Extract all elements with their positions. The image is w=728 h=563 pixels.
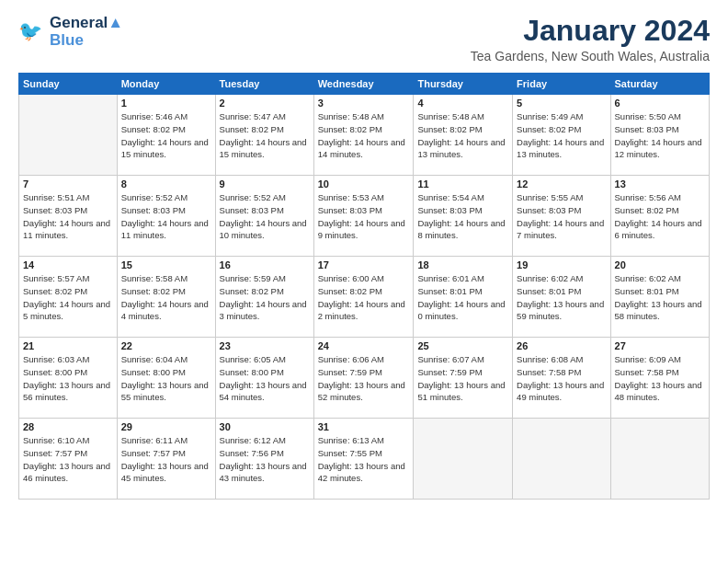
calendar-week-row: 1Sunrise: 5:46 AMSunset: 8:02 PMDaylight… [19, 95, 710, 176]
day-info: Sunrise: 5:54 AMSunset: 8:03 PMDaylight:… [417, 191, 508, 242]
day-number: 4 [417, 98, 508, 109]
table-row: 30Sunrise: 6:12 AMSunset: 7:56 PMDayligh… [215, 419, 313, 500]
logo: 🐦 General▲ Blue [18, 15, 123, 49]
day-info: Sunrise: 5:52 AMSunset: 8:03 PMDaylight:… [121, 191, 211, 242]
day-info: Sunrise: 6:08 AMSunset: 7:58 PMDaylight:… [517, 353, 606, 404]
col-sunday: Sunday [19, 74, 118, 95]
day-number: 14 [23, 259, 113, 270]
day-number: 20 [615, 259, 705, 270]
table-row: 25Sunrise: 6:07 AMSunset: 7:59 PMDayligh… [414, 338, 513, 419]
table-row: 27Sunrise: 6:09 AMSunset: 7:58 PMDayligh… [610, 338, 709, 419]
table-row [19, 95, 118, 176]
table-row: 23Sunrise: 6:05 AMSunset: 8:00 PMDayligh… [215, 338, 313, 419]
day-number: 15 [121, 259, 211, 270]
day-number: 26 [517, 340, 606, 351]
table-row: 16Sunrise: 5:59 AMSunset: 8:02 PMDayligh… [215, 257, 313, 338]
table-row: 5Sunrise: 5:49 AMSunset: 8:02 PMDaylight… [513, 95, 610, 176]
day-number: 13 [615, 178, 705, 190]
day-number: 1 [121, 98, 211, 109]
day-info: Sunrise: 5:51 AMSunset: 8:03 PMDaylight:… [23, 191, 113, 242]
day-info: Sunrise: 5:46 AMSunset: 8:02 PMDaylight:… [121, 110, 211, 161]
table-row: 4Sunrise: 5:48 AMSunset: 8:02 PMDaylight… [414, 95, 513, 176]
table-row: 11Sunrise: 5:54 AMSunset: 8:03 PMDayligh… [414, 176, 513, 257]
day-info: Sunrise: 6:10 AMSunset: 7:57 PMDaylight:… [23, 434, 113, 485]
day-info: Sunrise: 5:55 AMSunset: 8:03 PMDaylight:… [517, 191, 606, 242]
day-number: 3 [318, 98, 410, 109]
col-saturday: Saturday [610, 74, 709, 95]
day-number: 5 [517, 98, 606, 109]
day-info: Sunrise: 5:48 AMSunset: 8:02 PMDaylight:… [417, 110, 508, 161]
table-row: 17Sunrise: 6:00 AMSunset: 8:02 PMDayligh… [313, 257, 414, 338]
day-number: 28 [23, 421, 113, 432]
day-info: Sunrise: 6:04 AMSunset: 8:00 PMDaylight:… [121, 353, 211, 404]
day-info: Sunrise: 5:57 AMSunset: 8:02 PMDaylight:… [23, 272, 113, 323]
logo-icon: 🐦 [18, 18, 46, 46]
table-row: 10Sunrise: 5:53 AMSunset: 8:03 PMDayligh… [313, 176, 414, 257]
day-number: 22 [121, 340, 211, 351]
svg-text:🐦: 🐦 [18, 19, 43, 43]
title-block: January 2024 Tea Gardens, New South Wale… [471, 15, 710, 63]
col-tuesday: Tuesday [215, 74, 313, 95]
day-info: Sunrise: 6:01 AMSunset: 8:01 PMDaylight:… [417, 272, 508, 323]
day-info: Sunrise: 6:02 AMSunset: 8:01 PMDaylight:… [615, 272, 705, 323]
day-info: Sunrise: 5:52 AMSunset: 8:03 PMDaylight:… [220, 191, 310, 242]
day-info: Sunrise: 6:12 AMSunset: 7:56 PMDaylight:… [220, 434, 310, 485]
day-info: Sunrise: 6:13 AMSunset: 7:55 PMDaylight:… [318, 434, 410, 485]
table-row: 19Sunrise: 6:02 AMSunset: 8:01 PMDayligh… [513, 257, 610, 338]
col-wednesday: Wednesday [313, 74, 414, 95]
calendar-week-row: 14Sunrise: 5:57 AMSunset: 8:02 PMDayligh… [19, 257, 710, 338]
day-info: Sunrise: 6:09 AMSunset: 7:58 PMDaylight:… [615, 353, 705, 404]
col-monday: Monday [117, 74, 215, 95]
table-row: 31Sunrise: 6:13 AMSunset: 7:55 PMDayligh… [313, 419, 414, 500]
table-row [610, 419, 709, 500]
table-row: 1Sunrise: 5:46 AMSunset: 8:02 PMDaylight… [117, 95, 215, 176]
table-row: 26Sunrise: 6:08 AMSunset: 7:58 PMDayligh… [513, 338, 610, 419]
day-info: Sunrise: 6:00 AMSunset: 8:02 PMDaylight:… [318, 272, 410, 323]
table-row: 12Sunrise: 5:55 AMSunset: 8:03 PMDayligh… [513, 176, 610, 257]
table-row: 29Sunrise: 6:11 AMSunset: 7:57 PMDayligh… [117, 419, 215, 500]
col-friday: Friday [513, 74, 610, 95]
calendar-table: Sunday Monday Tuesday Wednesday Thursday… [18, 73, 710, 500]
day-info: Sunrise: 5:58 AMSunset: 8:02 PMDaylight:… [121, 272, 211, 323]
day-number: 8 [121, 178, 211, 190]
table-row [513, 419, 610, 500]
table-row [414, 419, 513, 500]
day-number: 25 [417, 340, 508, 351]
location-text: Tea Gardens, New South Wales, Australia [471, 49, 710, 63]
day-number: 19 [517, 259, 606, 270]
table-row: 3Sunrise: 5:48 AMSunset: 8:02 PMDaylight… [313, 95, 414, 176]
table-row: 13Sunrise: 5:56 AMSunset: 8:02 PMDayligh… [610, 176, 709, 257]
calendar-header-row: Sunday Monday Tuesday Wednesday Thursday… [19, 74, 710, 95]
col-thursday: Thursday [414, 74, 513, 95]
day-number: 30 [220, 421, 310, 432]
day-info: Sunrise: 6:05 AMSunset: 8:00 PMDaylight:… [220, 353, 310, 404]
day-info: Sunrise: 5:50 AMSunset: 8:03 PMDaylight:… [615, 110, 705, 161]
table-row: 21Sunrise: 6:03 AMSunset: 8:00 PMDayligh… [19, 338, 118, 419]
calendar-week-row: 7Sunrise: 5:51 AMSunset: 8:03 PMDaylight… [19, 176, 710, 257]
logo-text: General▲ Blue [50, 15, 123, 49]
day-number: 27 [615, 340, 705, 351]
day-info: Sunrise: 5:59 AMSunset: 8:02 PMDaylight:… [220, 272, 310, 323]
table-row: 6Sunrise: 5:50 AMSunset: 8:03 PMDaylight… [610, 95, 709, 176]
day-number: 21 [23, 340, 113, 351]
day-info: Sunrise: 5:47 AMSunset: 8:02 PMDaylight:… [220, 110, 310, 161]
day-number: 23 [220, 340, 310, 351]
day-number: 9 [220, 178, 310, 190]
table-row: 7Sunrise: 5:51 AMSunset: 8:03 PMDaylight… [19, 176, 118, 257]
page-header: 🐦 General▲ Blue January 2024 Tea Gardens… [18, 15, 710, 63]
day-info: Sunrise: 5:49 AMSunset: 8:02 PMDaylight:… [517, 110, 606, 161]
table-row: 24Sunrise: 6:06 AMSunset: 7:59 PMDayligh… [313, 338, 414, 419]
table-row: 28Sunrise: 6:10 AMSunset: 7:57 PMDayligh… [19, 419, 118, 500]
calendar-week-row: 21Sunrise: 6:03 AMSunset: 8:00 PMDayligh… [19, 338, 710, 419]
day-number: 17 [318, 259, 410, 270]
day-number: 2 [220, 98, 310, 109]
day-number: 29 [121, 421, 211, 432]
day-number: 18 [417, 259, 508, 270]
day-info: Sunrise: 6:03 AMSunset: 8:00 PMDaylight:… [23, 353, 113, 404]
day-info: Sunrise: 6:11 AMSunset: 7:57 PMDaylight:… [121, 434, 211, 485]
day-number: 10 [318, 178, 410, 190]
table-row: 22Sunrise: 6:04 AMSunset: 8:00 PMDayligh… [117, 338, 215, 419]
day-number: 24 [318, 340, 410, 351]
day-number: 31 [318, 421, 410, 432]
month-title: January 2024 [471, 15, 710, 47]
